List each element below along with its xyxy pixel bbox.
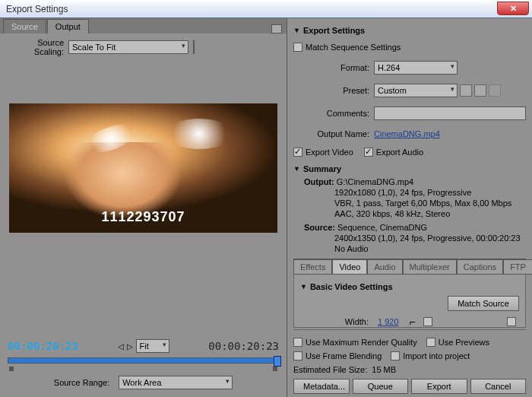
est-size-label: Estimated File Size: (293, 365, 367, 374)
use-previews-label: Use Previews (439, 338, 489, 347)
settings-subtabs: Effects Video Audio Multiplexer Captions… (293, 259, 526, 275)
export-video-checkbox[interactable] (293, 148, 302, 157)
match-sequence-checkbox[interactable] (293, 43, 302, 52)
source-range-select[interactable]: Work Area (119, 376, 233, 389)
frame-blending-checkbox[interactable] (293, 351, 302, 360)
import-project-label: Import into project (403, 351, 470, 360)
queue-button[interactable]: Queue (353, 379, 409, 394)
window-titlebar: Export Settings ✕ (0, 0, 532, 18)
timecode-out: 00:00:20:23 (208, 340, 279, 352)
format-select[interactable]: H.264 (374, 61, 458, 75)
window-title: Export Settings (6, 4, 68, 14)
cancel-button[interactable]: Cancel (470, 379, 527, 394)
comments-label: Comments: (293, 109, 374, 118)
timeline-bar[interactable] (8, 357, 279, 364)
zoom-fit-select[interactable]: Fit (136, 339, 169, 353)
summary-src-1: 2400x1350 (1,0), 24 fps, Progressive, 00… (334, 233, 526, 243)
summary-src-0: Sequence, CinemaDNG (337, 223, 427, 232)
video-preview: 1112293707 (9, 103, 277, 233)
tab-effects[interactable]: Effects (293, 259, 332, 275)
export-settings-heading[interactable]: Export Settings (293, 26, 526, 35)
source-range-label: Source Range: (54, 378, 114, 387)
summary-out-2: VBR, 1 pass, Target 6,00 Mbps, Max 8,00 … (334, 198, 526, 208)
import-project-checkbox[interactable] (391, 351, 400, 360)
export-button[interactable]: Export (411, 379, 467, 394)
export-video-label: Export Video (306, 148, 353, 157)
playhead-icon[interactable] (274, 356, 281, 367)
export-audio-label: Export Audio (376, 148, 423, 157)
close-button[interactable]: ✕ (497, 2, 529, 15)
dim-match-checkbox[interactable] (507, 317, 516, 326)
basic-video-heading[interactable]: Basic Video Settings (300, 282, 519, 291)
next-frame-icon[interactable]: ▷ (127, 342, 133, 351)
tab-audio[interactable]: Audio (367, 259, 402, 275)
source-scaling-label: Source Scaling: (8, 38, 68, 56)
summary-src-2: No Audio (334, 243, 526, 254)
summary-output-label: Output: (304, 177, 334, 186)
width-label: Width: (300, 317, 373, 326)
tab-video[interactable]: Video (332, 259, 367, 275)
use-previews-checkbox[interactable] (426, 338, 435, 347)
save-preset-icon[interactable] (460, 84, 472, 97)
width-value[interactable]: 1 920 (378, 317, 399, 326)
source-scaling-select[interactable]: Scale To Fit (68, 40, 188, 54)
tab-ftp[interactable]: FTP (503, 259, 532, 275)
link-dimensions-icon[interactable]: ⌐ (410, 316, 416, 328)
tab-multiplexer[interactable]: Multiplexer (403, 259, 457, 275)
summary-output-path: G:\CinemaDNG.mp4 (337, 177, 413, 186)
preset-select[interactable]: Custom (374, 84, 458, 97)
summary-heading[interactable]: Summary (293, 164, 526, 173)
preset-label: Preset: (293, 86, 374, 95)
est-size-value: 15 MB (372, 365, 396, 374)
summary-out-3: AAC, 320 kbps, 48 kHz, Stereo (334, 208, 526, 219)
frame-blending-label: Use Frame Blending (306, 351, 382, 360)
export-audio-checkbox[interactable] (364, 148, 373, 157)
match-source-button[interactable]: Match Source (448, 296, 519, 311)
tab-output[interactable]: Output (47, 19, 89, 33)
preview-watermark: 1112293707 (101, 209, 185, 225)
divider (193, 40, 195, 54)
width-lock-checkbox[interactable] (423, 317, 432, 326)
tab-source[interactable]: Source (3, 19, 46, 33)
delete-preset-icon[interactable] (489, 84, 501, 97)
format-label: Format: (293, 63, 374, 72)
panel-menu-icon[interactable] (271, 24, 282, 33)
preview-tabs: Source Output (0, 18, 287, 33)
max-quality-checkbox[interactable] (293, 338, 302, 347)
timecode-in[interactable]: 00:00:20:23 (8, 340, 78, 352)
match-sequence-label: Match Sequence Settings (306, 43, 401, 52)
output-name-label: Output Name: (293, 129, 374, 138)
summary-out-1: 1920x1080 (1,0), 24 fps, Progressive (334, 187, 526, 198)
prev-frame-icon[interactable]: ◁ (118, 342, 124, 351)
import-preset-icon[interactable] (474, 84, 486, 97)
summary-source-label: Source: (304, 223, 335, 232)
max-quality-label: Use Maximum Render Quality (306, 338, 417, 347)
comments-input[interactable] (374, 106, 526, 120)
range-handles[interactable] (9, 367, 277, 371)
tab-captions[interactable]: Captions (457, 259, 503, 275)
output-name-link[interactable]: CinemaDNG.mp4 (374, 129, 440, 138)
metadata-button[interactable]: Metadata... (293, 379, 350, 394)
